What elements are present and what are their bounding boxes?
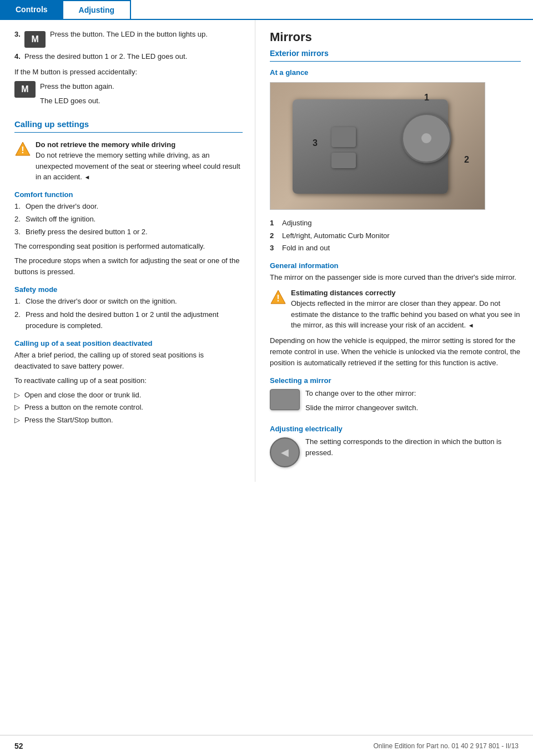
- safety-step-2: 2. Press and hold the desired button 1 o…: [14, 309, 243, 331]
- calling-up-divider: [14, 132, 243, 133]
- online-edition: Online Edition for Part no. 01 40 2 917 …: [373, 742, 519, 750]
- tab-adjusting[interactable]: Adjusting: [63, 0, 132, 19]
- comfort-text-1: The corresponding seat position is perfo…: [14, 241, 243, 252]
- diagram-label-3: 3: [313, 138, 318, 148]
- comfort-step-2: 2. Switch off the ignition.: [14, 214, 243, 225]
- step3-text: Press the button. The LED in the button …: [50, 30, 208, 38]
- m-button-icon-2: M: [14, 81, 36, 98]
- mirror-diagram: 1 2 3: [270, 82, 485, 210]
- selecting-mirror-text-2: Slide the mirror changeover switch.: [305, 402, 521, 414]
- dial-control: [401, 113, 451, 163]
- footer: 52 Online Edition for Part no. 01 40 2 9…: [0, 735, 533, 756]
- selecting-mirror-text-1: To change over to the other mirror:: [305, 388, 521, 399]
- tab-controls[interactable]: Controls: [0, 0, 63, 19]
- m-instruction-block: M Press the button again. The LED goes o…: [14, 81, 243, 110]
- page-body: 3. M Press the button. The LED in the bu…: [0, 20, 533, 482]
- right-column: Mirrors Exterior mirrors At a glance 1 2…: [255, 20, 533, 482]
- m-instruction-2: The LED goes out.: [40, 95, 114, 107]
- seat-position-text-2: To reactivate calling up of a seat posit…: [14, 375, 243, 386]
- if-m-pressed-label: If the M button is pressed accidentally:: [14, 67, 243, 78]
- page-number: 52: [14, 742, 23, 750]
- comfort-steps-list: 1. Open the driver's door. 2. Switch off…: [14, 201, 243, 238]
- warning-1-text: Do not retrieve the memory setting while…: [36, 150, 243, 183]
- warning-1-title: Do not retrieve the memory while driving: [36, 139, 243, 150]
- adjusting-electrically-title: Adjusting electrically: [270, 425, 521, 433]
- seat-bullet-3: ▷ Press the Start/Stop button.: [14, 415, 243, 426]
- step-3: 3. M Press the button. The LED in the bu…: [14, 30, 243, 48]
- right-divider: [270, 61, 521, 62]
- svg-text:!: !: [21, 145, 24, 155]
- legend-item-3: 3 Fold in and out: [270, 243, 521, 254]
- warning-icon-2: !: [270, 289, 286, 305]
- left-column: 3. M Press the button. The LED in the bu…: [0, 20, 255, 482]
- btn-sq-2: [331, 153, 356, 168]
- warning-2-body: Objects reflected in the mirror are clos…: [291, 298, 521, 331]
- warning-block-2: ! Estimating distances correctly Objects…: [270, 288, 521, 331]
- diagram-legend: 1 Adjusting 2 Left/right, Automatic Curb…: [270, 218, 521, 254]
- warning-1-triangle: ◄: [84, 174, 90, 180]
- diagram-label-1: 1: [424, 93, 429, 103]
- adjust-electrically-image: [270, 437, 300, 467]
- legend-item-1: 1 Adjusting: [270, 218, 521, 229]
- at-a-glance-subtitle: At a glance: [270, 68, 521, 77]
- adjusting-electrically-text-1: The setting corresponds to the direction…: [305, 436, 521, 458]
- warning-text-1: Do not retrieve the memory while driving…: [36, 139, 243, 183]
- header: Controls Adjusting: [0, 0, 533, 20]
- step4-text: Press the desired button 1 or 2. The LED…: [24, 52, 187, 61]
- general-info-title: General information: [270, 261, 521, 270]
- mirrors-title: Mirrors: [270, 30, 521, 44]
- warning-block-1: ! Do not retrieve the memory while drivi…: [14, 139, 243, 183]
- mirror-switch-image: [270, 389, 300, 410]
- adjusting-electrically-text: The setting corresponds to the direction…: [305, 436, 521, 462]
- warning-2-title: Estimating distances correctly: [291, 288, 521, 299]
- btn-sq-1: [331, 127, 356, 147]
- warning-icon-1: !: [14, 140, 31, 157]
- selecting-mirror-block: To change over to the other mirror: Slid…: [270, 388, 521, 417]
- svg-text:!: !: [276, 294, 279, 303]
- comfort-text-2: The procedure stops when a switch for ad…: [14, 255, 243, 278]
- warning-2-triangle: ◄: [468, 322, 474, 329]
- seat-bullet-1: ▷ Open and close the door or trunk lid.: [14, 390, 243, 401]
- m-instruction-1: Press the button again.: [40, 81, 114, 92]
- comfort-function-title: Comfort function: [14, 190, 243, 199]
- step-4: 4. Press the desired button 1 or 2. The …: [14, 51, 243, 62]
- diagram-label-2: 2: [464, 155, 469, 165]
- seat-position-title: Calling up of a seat position deactivate…: [14, 339, 243, 347]
- adjusting-electrically-block: The setting corresponds to the direction…: [270, 436, 521, 467]
- safety-mode-title: Safety mode: [14, 285, 243, 294]
- comfort-step-1: 1. Open the driver's door.: [14, 201, 243, 212]
- safety-steps-list: 1. Close the driver's door or switch on …: [14, 296, 243, 331]
- warning-text-2: Estimating distances correctly Objects r…: [291, 288, 521, 331]
- seat-position-bullets: ▷ Open and close the door or trunk lid. …: [14, 390, 243, 425]
- seat-position-text-1: After a brief period, the calling up of …: [14, 350, 243, 372]
- legend-item-2: 2 Left/right, Automatic Curb Monitor: [270, 230, 521, 241]
- selecting-mirror-text: To change over to the other mirror: Slid…: [305, 388, 521, 417]
- selecting-mirror-title: Selecting a mirror: [270, 376, 521, 385]
- comfort-step-3: 3. Briefly press the desired button 1 or…: [14, 226, 243, 238]
- exterior-mirrors-subtitle: Exterior mirrors: [270, 49, 521, 58]
- calling-up-settings-title: Calling up settings: [14, 119, 243, 129]
- general-info-text: The mirror on the passenger side is more…: [270, 272, 521, 283]
- m-button-icon: M: [24, 31, 46, 48]
- general-text-2: Depending on how the vehicle is equipped…: [270, 335, 521, 369]
- seat-bullet-2: ▷ Press a button on the remote control.: [14, 402, 243, 413]
- safety-step-1: 1. Close the driver's door or switch on …: [14, 296, 243, 307]
